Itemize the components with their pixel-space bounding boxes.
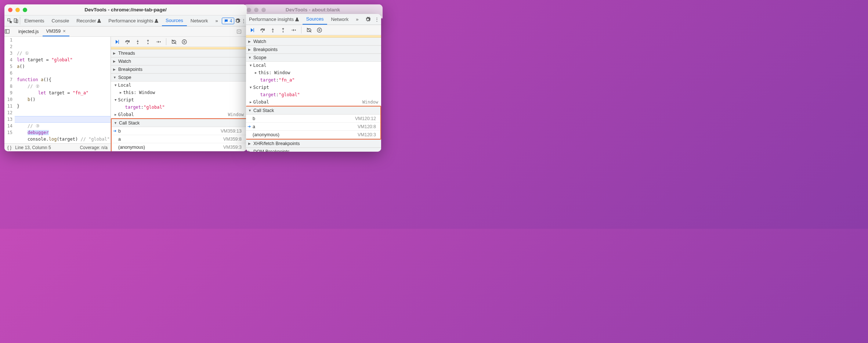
run-snippet-icon[interactable] — [236, 29, 247, 34]
gear-icon[interactable] — [364, 17, 372, 22]
pause-exceptions-icon[interactable] — [316, 27, 323, 33]
svg-rect-20 — [320, 29, 320, 31]
svg-point-17 — [295, 29, 296, 30]
step-into-icon[interactable] — [270, 27, 276, 33]
tab-console[interactable]: Console — [48, 15, 73, 26]
traffic-lights[interactable] — [8, 8, 27, 12]
tab-network[interactable]: Network — [187, 15, 212, 26]
maximize-icon[interactable] — [23, 8, 27, 12]
step-over-icon[interactable] — [259, 27, 266, 33]
stack-frame-a-right[interactable]: ➔aVM120:8 — [246, 123, 380, 131]
scope-global-right[interactable]: ▶GlobalWindow — [246, 98, 381, 106]
inspect-icon[interactable] — [7, 18, 13, 24]
debug-pane-left: ▶Threads ▶Watch ▶Breakpoints ▼Scope ▼Loc… — [111, 37, 247, 151]
panel-threads[interactable]: ▶Threads — [111, 49, 247, 57]
devtools-tabs: Elements Console Recorder Performance in… — [4, 15, 247, 26]
svg-point-18 — [317, 28, 322, 32]
tab-sources-right[interactable]: Sources — [303, 14, 328, 25]
deactivate-breakpoints-icon[interactable] — [171, 39, 177, 45]
scope-local-right[interactable]: ▼Local — [246, 62, 381, 69]
panel-callstack[interactable]: ▼Call Stack — [112, 119, 246, 127]
svg-rect-12 — [185, 41, 185, 43]
minimize-icon[interactable] — [15, 8, 20, 12]
status-coverage: Coverage: n/a — [80, 145, 108, 150]
svg-rect-3 — [5, 30, 9, 33]
scope-this[interactable]: ▶this: Window — [111, 89, 247, 96]
window-front: DevTools - chrome://new-tab-page/ Elemen… — [4, 4, 247, 151]
scope-script-right[interactable]: ▼Script — [246, 84, 381, 91]
step-icon[interactable] — [290, 27, 297, 33]
step-out-icon[interactable] — [280, 27, 286, 33]
kebab-icon[interactable]: ⋮ — [372, 17, 381, 22]
scope-script[interactable]: ▼Script — [111, 96, 247, 104]
svg-point-8 — [148, 43, 149, 44]
code-area[interactable]: // ① let target = "global" a() function … — [15, 37, 111, 143]
svg-rect-1 — [14, 19, 17, 22]
svg-rect-5 — [118, 40, 119, 44]
resume-icon[interactable] — [249, 27, 256, 33]
step-into-icon[interactable] — [134, 39, 141, 45]
flask-icon — [97, 19, 101, 23]
step-icon[interactable] — [155, 39, 162, 45]
svg-rect-19 — [319, 29, 319, 31]
line-gutter[interactable]: 123456789101112131415 — [4, 37, 15, 143]
panel-breakpoints[interactable]: ▶Breakpoints — [111, 65, 247, 73]
panel-callstack-right[interactable]: ▼Call Stack — [246, 106, 380, 115]
tab-perf[interactable]: Performance insights — [105, 15, 162, 26]
debug-toolbar — [111, 37, 247, 47]
window-title-back: DevTools - about:blank — [286, 7, 340, 12]
stack-frame-b-right[interactable]: bVM120:12 — [246, 115, 380, 123]
scope-target[interactable]: target: "global" — [111, 104, 247, 111]
file-tab-injected[interactable]: injected.js — [15, 26, 43, 36]
tab-network-right[interactable]: Network — [327, 14, 352, 25]
panel-breakpoints-right[interactable]: ▶Breakpoints — [246, 46, 381, 54]
status-linecol: Line 13, Column 5 — [15, 145, 51, 150]
chat-icon — [224, 19, 228, 23]
stack-frame-b[interactable]: ➔bVM359:13 — [112, 127, 246, 135]
callstack-highlight: ▼Call Stack ➔bVM359:13 aVM359:8 (anonymo… — [111, 118, 247, 151]
resume-icon[interactable] — [114, 39, 120, 45]
panel-scope-right[interactable]: ▼Scope — [246, 54, 381, 62]
device-icon[interactable] — [13, 18, 19, 24]
close-icon[interactable] — [8, 8, 12, 12]
step-over-icon[interactable] — [124, 39, 131, 45]
tabs-overflow[interactable]: » — [211, 15, 221, 26]
svg-rect-0 — [8, 19, 10, 21]
deactivate-breakpoints-icon[interactable] — [306, 27, 312, 33]
navigator-toggle-icon[interactable] — [4, 29, 15, 34]
issues-badge[interactable]: 4 — [222, 18, 235, 24]
window-title-front: DevTools - chrome://new-tab-page/ — [84, 7, 166, 12]
panel-scope[interactable]: ▼Scope — [111, 73, 247, 82]
scope-target-a[interactable]: target: "fn_a" — [246, 76, 381, 84]
scope-this-right[interactable]: ▶this: Window — [246, 69, 381, 76]
stack-frame-a[interactable]: aVM359:8 — [112, 135, 246, 143]
svg-rect-11 — [184, 41, 184, 43]
devtools-tabs-right: Performance insights Sources Network » ⋮ — [246, 14, 381, 25]
pretty-print-icon[interactable]: { } — [7, 145, 11, 150]
panel-dom-right[interactable]: ▶DOM Breakpoints — [246, 148, 381, 152]
titlebar-front[interactable]: DevTools - chrome://new-tab-page/ — [4, 4, 247, 15]
scope-global[interactable]: ▶GlobalWindow — [111, 111, 247, 118]
file-tab-vm[interactable]: VM359× — [43, 26, 69, 36]
pause-exceptions-icon[interactable] — [181, 39, 188, 45]
close-icon[interactable]: × — [63, 28, 66, 34]
stack-frame-anon[interactable]: (anonymous)VM359:3 — [112, 143, 246, 151]
tab-elements[interactable]: Elements — [21, 15, 48, 26]
panel-watch-right[interactable]: ▶Watch — [246, 37, 381, 46]
debug-toolbar-right — [246, 25, 381, 35]
svg-point-14 — [262, 31, 263, 32]
gear-icon[interactable] — [234, 18, 240, 24]
tab-sources[interactable]: Sources — [162, 15, 187, 26]
tab-recorder[interactable]: Recorder — [73, 15, 105, 26]
tabs-overflow-right[interactable]: » — [352, 14, 362, 25]
stack-frame-anon-right[interactable]: (anonymous)VM120:3 — [246, 131, 380, 139]
svg-point-7 — [137, 43, 138, 44]
tab-perf-right[interactable]: Performance insights — [248, 14, 303, 25]
editor-statusbar: { } Line 13, Column 5 Coverage: n/a — [4, 143, 111, 151]
panel-watch[interactable]: ▶Watch — [111, 57, 247, 65]
scope-local[interactable]: ▼Local — [111, 82, 247, 89]
panel-xhr-right[interactable]: ▶XHR/fetch Breakpoints — [246, 140, 381, 148]
scope-target-g[interactable]: target: "global" — [246, 91, 381, 98]
svg-point-10 — [182, 40, 187, 44]
step-out-icon[interactable] — [145, 39, 151, 45]
